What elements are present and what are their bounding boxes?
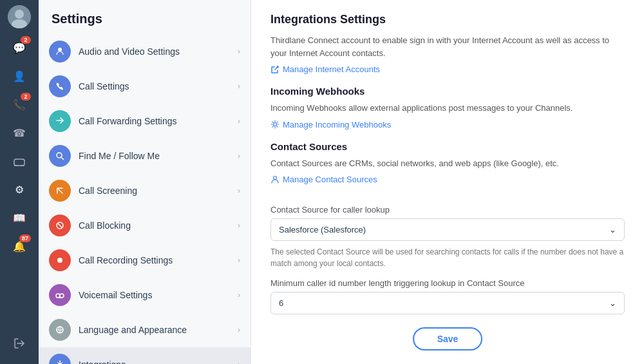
call-settings-icon [49,75,71,97]
nav-logout[interactable] [6,330,32,356]
contact-source-value: Salesforce (Salesforce) [279,225,366,235]
intro-text: Thirdlane Connect account to enable sign… [270,34,625,59]
min-length-value: 6 [279,298,283,308]
sidebar-item-call-settings[interactable]: Call Settings › [39,69,251,104]
nav-book[interactable]: 📖 [6,205,32,231]
call-recording-icon [49,249,71,271]
contacts-icon: 👤 [13,70,26,82]
settings-sidebar: Settings Audio and Video Settings › Call… [39,0,251,364]
find-me-icon [49,145,71,167]
nav-rail: 💬 2 👤 📞 2 ☎ ⚙ 📖 🔔 87 [0,0,39,364]
manage-webhooks-link[interactable]: Manage Incoming Webhooks [270,120,391,129]
share-icon [270,65,279,74]
sidebar-item-call-recording[interactable]: Call Recording Settings › [39,243,251,278]
settings-title: Settings [39,0,251,34]
call-screening-icon [49,180,71,202]
min-length-select[interactable]: 6 ⌄ [270,292,625,314]
contact-source-select[interactable]: Salesforce (Salesforce) ⌄ [270,218,625,241]
page-title: Integrations Settings [270,13,625,26]
find-me-label: Find Me / Follow Me [79,151,238,161]
sidebar-item-call-forwarding[interactable]: Call Forwarding Settings › [39,104,251,139]
sidebar-item-voicemail[interactable]: Voicemail Settings › [39,278,251,312]
audio-video-icon [49,41,71,62]
min-length-chevron-icon: ⌄ [609,298,616,308]
contact-source-help-text: The selected Contact Source will be used… [270,246,625,269]
call-settings-label: Call Settings [79,81,238,91]
call-screening-chevron: › [238,186,240,195]
incoming-webhooks-description: Incoming Webhooks allow external applica… [270,102,625,115]
voicemail-icon [49,284,71,306]
call-recording-chevron: › [238,256,240,265]
svg-point-7 [57,153,62,158]
sidebar-item-integrations[interactable]: Integrations › [39,347,251,364]
language-label: Language and Appearance [79,325,238,335]
sidebar-item-call-blocking[interactable]: Call Blocking › [39,208,251,243]
voicemail-chevron: › [238,291,240,300]
contact-source-field-label: Contact Source for caller lookup [270,205,625,215]
avatar[interactable] [8,5,31,28]
notifications-badge: 87 [19,235,31,242]
save-area: Save [270,314,625,357]
sidebar-item-language[interactable]: Language and Appearance › [39,312,251,347]
contact-sources-heading: Contact Sources [270,141,625,152]
call-blocking-icon [49,215,71,236]
manage-internet-accounts-link[interactable]: Manage Internet Accounts [270,64,380,74]
svg-point-16 [274,123,277,126]
call-blocking-label: Call Blocking [79,220,238,231]
nav-phone[interactable]: ☎ [6,120,32,146]
integrations-label: Integrations [79,359,238,364]
call-blocking-chevron: › [238,221,240,230]
svg-point-6 [58,48,62,52]
svg-point-1 [15,10,24,19]
contact-source-chevron-icon: ⌄ [609,225,616,235]
settings-icon: ⚙ [15,184,24,196]
integrations-icon [49,354,71,364]
svg-point-11 [60,294,64,298]
call-recording-label: Call Recording Settings [79,255,238,265]
main-content: Integrations Settings Thirdlane Connect … [251,0,644,364]
nav-calls[interactable]: 📞 2 [6,91,32,117]
sidebar-item-audio-video[interactable]: Audio and Video Settings › [39,34,251,69]
incoming-webhooks-heading: Incoming Webhooks [270,86,625,97]
person-link-icon [270,175,279,184]
sidebar-item-find-me[interactable]: Find Me / Follow Me › [39,139,251,173]
call-screening-label: Call Screening [79,186,238,196]
voicemail-label: Voicemail Settings [79,290,238,300]
svg-rect-3 [14,159,24,166]
integrations-chevron: › [238,360,240,364]
calls-badge: 2 [21,93,31,101]
language-icon [49,319,71,341]
audio-video-chevron: › [238,47,240,56]
min-length-field-label: Minimum caller id number length triggeri… [270,278,625,288]
call-forwarding-label: Call Forwarding Settings [79,116,238,126]
svg-point-17 [274,176,277,179]
nav-notifications[interactable]: 🔔 87 [6,233,32,259]
manage-contact-sources-link[interactable]: Manage Contact Sources [270,175,377,184]
nav-settings[interactable]: ⚙ [6,177,32,202]
messages-badge: 2 [21,36,31,44]
call-forwarding-chevron: › [238,117,240,126]
call-forwarding-icon [49,110,71,132]
language-chevron: › [238,325,240,334]
contact-sources-description: Contact Sources are CRMs, social network… [270,157,625,170]
svg-point-10 [56,294,60,298]
sidebar-item-call-screening[interactable]: Call Screening › [39,173,251,208]
gear-link-icon [270,120,279,129]
nav-contacts[interactable]: 👤 [6,63,32,89]
find-me-chevron: › [238,151,240,160]
nav-voicemail-icon[interactable] [6,148,32,174]
audio-video-label: Audio and Video Settings [79,46,238,57]
book-icon: 📖 [13,212,26,224]
save-button[interactable]: Save [413,327,483,350]
call-settings-chevron: › [238,82,240,91]
phone-icon: ☎ [13,127,26,139]
svg-point-9 [57,258,62,263]
nav-messages[interactable]: 💬 2 [6,35,32,61]
